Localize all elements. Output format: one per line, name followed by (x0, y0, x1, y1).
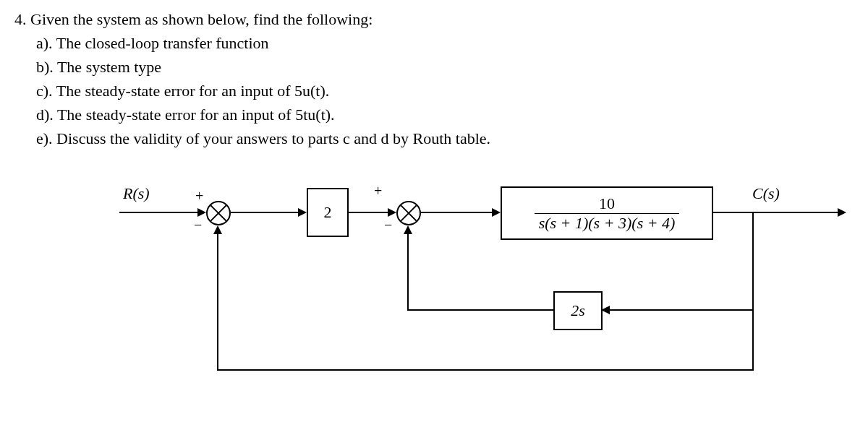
sum1-plus: + (195, 188, 203, 204)
summing-junction-1 (206, 201, 231, 225)
arrow-g-s2 (388, 208, 396, 217)
part-c: c). The steady-state error for an input … (14, 79, 854, 103)
sum2-minus: − (384, 217, 392, 233)
plant-denominator: s(s + 1)(s + 3)(s + 4) (535, 214, 680, 233)
outer-fb-v2 (217, 233, 218, 371)
line-out (712, 212, 839, 213)
line-s2-p (421, 212, 493, 213)
part-a: a). The closed-loop transfer function (14, 31, 854, 55)
line-in (119, 212, 199, 213)
sum2-plus: + (374, 183, 382, 199)
outer-fb-v (752, 212, 754, 371)
line-g-s2 (347, 212, 389, 213)
outer-fb-h (217, 369, 754, 371)
plant-block: 10 s(s + 1)(s + 3)(s + 4) (501, 186, 713, 240)
arrow-in (197, 208, 206, 217)
output-label: C(s) (752, 184, 780, 203)
arrow-s2-p (492, 208, 501, 217)
block-diagram: R(s) + − 2 + − 10 s(s + 1)(s + 3)(s + 4)… (43, 172, 839, 389)
part-e: e). Discuss the validity of your answers… (14, 126, 854, 150)
arrow-s1-g (298, 208, 307, 217)
input-label: R(s) (123, 184, 150, 203)
part-b: b). The system type (14, 55, 854, 79)
plant-numerator: 10 (535, 194, 680, 214)
arrow-inner-fb (404, 225, 412, 234)
problem-stem: 4. Given the system as shown below, find… (14, 7, 854, 31)
line-s1-g (231, 212, 299, 213)
part-d: d). The steady-state error for an input … (14, 103, 854, 126)
inner-feedback-block: 2s (553, 291, 603, 330)
arrow-outer-fb (213, 225, 222, 234)
inner-fb-h1 (610, 309, 754, 311)
summing-junction-2 (396, 201, 421, 225)
gain-block: 2 (307, 188, 349, 237)
problem-number: 4. (14, 10, 27, 28)
inner-fb-v (407, 233, 409, 311)
sum1-minus: − (194, 217, 202, 233)
problem-stem-text: Given the system as shown below, find th… (30, 10, 373, 28)
arrow-out (838, 208, 846, 217)
inner-fb-h2 (407, 309, 553, 311)
arrow-into-2s (601, 306, 610, 314)
